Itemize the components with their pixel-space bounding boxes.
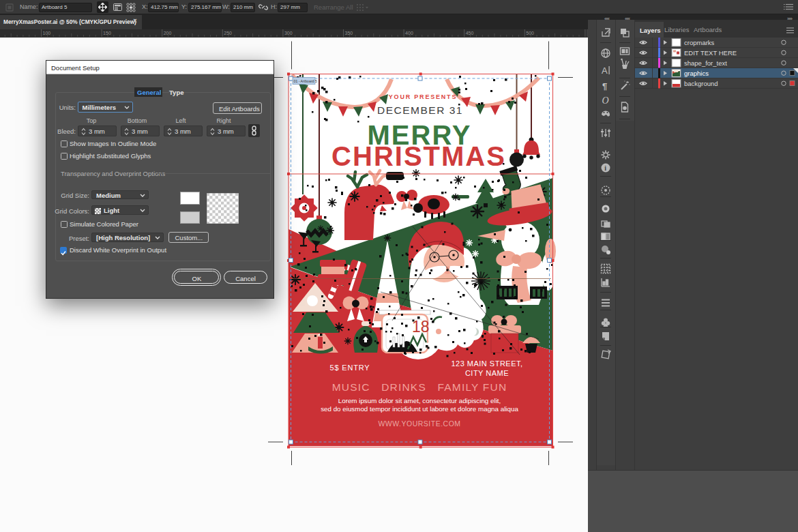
svg-text:DECEMBER 31: DECEMBER 31	[377, 104, 463, 116]
svg-text:01 - Artboard 5: 01 - Artboard 5	[294, 79, 317, 83]
svg-text:EDIT TEXT HERE: EDIT TEXT HERE	[684, 49, 737, 57]
svg-text:100: 100	[43, 31, 51, 35]
svg-text:graphics: graphics	[684, 70, 709, 77]
svg-text:18: 18	[412, 318, 430, 336]
svg-text:123 MAIN STREET,: 123 MAIN STREET,	[451, 359, 522, 368]
svg-text:400: 400	[405, 31, 413, 35]
svg-text:450: 450	[466, 31, 474, 35]
svg-text:background: background	[684, 80, 718, 87]
svg-text:150: 150	[103, 31, 111, 35]
svg-text:cropmarks: cropmarks	[684, 39, 715, 46]
svg-text:O: O	[602, 95, 609, 106]
svg-text:500: 500	[526, 31, 534, 35]
svg-text:¶: ¶	[602, 81, 607, 91]
svg-text:sed do eiusmod tempor incididu: sed do eiusmod tempor incididunt ut labo…	[321, 405, 518, 413]
svg-text:350: 350	[345, 31, 353, 35]
svg-text:5$ ENTRY: 5$ ENTRY	[330, 364, 370, 372]
svg-text:A: A	[602, 65, 608, 76]
svg-text:200: 200	[164, 31, 172, 35]
svg-text:MUSIC DRINKS FAMILY FUN: MUSIC DRINKS FAMILY FUN	[332, 381, 507, 393]
svg-text:250: 250	[224, 31, 232, 35]
svg-text:Lorem ipsum dolor sit amet, co: Lorem ipsum dolor sit amet, consectetur …	[338, 397, 501, 404]
svg-text:i: i	[604, 164, 606, 172]
svg-text:YOUR PRESENTS: YOUR PRESENTS	[389, 93, 457, 100]
svg-text:CHRISTMAS: CHRISTMAS	[331, 141, 506, 171]
svg-text:shape_for_text: shape_for_text	[684, 59, 727, 67]
svg-text:WWW.YOURSITE.COM: WWW.YOURSITE.COM	[378, 419, 460, 428]
svg-text:300: 300	[284, 31, 293, 35]
svg-text:CITY NAME: CITY NAME	[465, 369, 509, 377]
